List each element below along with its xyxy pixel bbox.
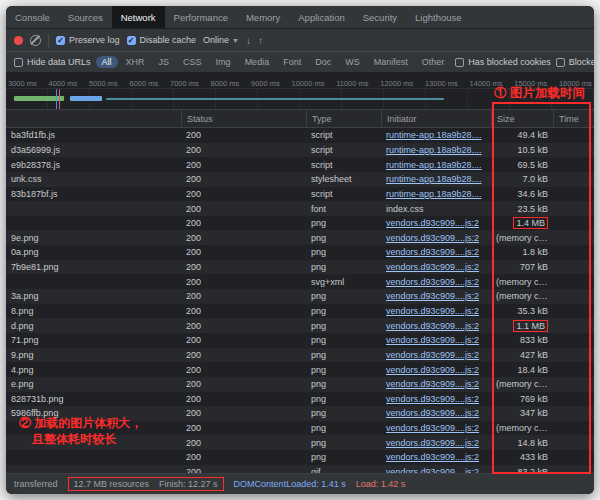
request-size: 34.6 kB xyxy=(491,189,553,199)
initiator-link[interactable]: vendors.d93c909....js:2 xyxy=(386,262,479,272)
request-name: ba3fd1fb.js xyxy=(6,130,181,140)
request-row[interactable]: 9e.png200pngvendors.d93c909....js:2(memo… xyxy=(6,230,594,245)
initiator-link[interactable]: vendors.d93c909....js:2 xyxy=(386,218,479,228)
filter-pill-js[interactable]: JS xyxy=(153,56,176,68)
column-header-name[interactable] xyxy=(6,110,181,127)
request-row[interactable]: e.png200pngvendors.d93c909....js:2(memor… xyxy=(6,377,594,392)
clear-icon[interactable] xyxy=(30,35,41,46)
initiator-link[interactable]: runtime-app.18a9b28.... xyxy=(386,174,482,184)
filter-pill-other[interactable]: Other xyxy=(416,56,451,68)
initiator-link[interactable]: vendors.d93c909....js:2 xyxy=(386,438,479,448)
column-header-size[interactable]: Size xyxy=(491,110,553,127)
request-row[interactable]: 71.png200pngvendors.d93c909....js:2833 k… xyxy=(6,333,594,348)
tab-memory[interactable]: Memory xyxy=(237,6,289,28)
filter-pill-css[interactable]: CSS xyxy=(177,56,208,68)
filter-pill-doc[interactable]: Doc xyxy=(309,56,337,68)
request-row[interactable]: 4.png200pngvendors.d93c909....js:218.4 k… xyxy=(6,362,594,377)
has-blocked-cookies-checkbox[interactable]: Has blocked cookies xyxy=(455,57,551,67)
tab-application[interactable]: Application xyxy=(289,6,353,28)
initiator-link[interactable]: vendors.d93c909....js:2 xyxy=(386,408,479,418)
initiator-link[interactable]: vendors.d93c909....js:2 xyxy=(386,291,479,301)
initiator-link[interactable]: vendors.d93c909....js:2 xyxy=(386,335,479,345)
tab-performance[interactable]: Performance xyxy=(165,6,237,28)
initiator-link[interactable]: runtime-app.18a9b28.... xyxy=(386,145,482,155)
request-type: gif xyxy=(306,467,381,473)
disable-cache-checkbox[interactable]: ✓ Disable cache xyxy=(127,35,197,45)
initiator-link[interactable]: vendors.d93c909....js:2 xyxy=(386,365,479,375)
initiator-link[interactable]: vendors.d93c909....js:2 xyxy=(386,467,479,473)
filter-pill-xhr[interactable]: XHR xyxy=(120,56,151,68)
column-header-time[interactable]: Time xyxy=(553,110,594,127)
request-row[interactable]: 200pngvendors.d93c909....js:21.4 MB xyxy=(6,216,594,231)
request-row[interactable]: 200fontindex.css23.5 kB xyxy=(6,201,594,216)
tab-security[interactable]: Security xyxy=(354,6,406,28)
initiator-link[interactable]: vendors.d93c909....js:2 xyxy=(386,321,479,331)
request-row[interactable]: unk.css200stylesheetruntime-app.18a9b28.… xyxy=(6,172,594,187)
blocked-requests-checkbox[interactable]: Blocked Requests xyxy=(556,57,594,67)
timeline-tick-label: 9000 ms xyxy=(251,79,280,88)
filter-pill-manifest[interactable]: Manifest xyxy=(368,56,414,68)
timeline-tick-label: 8000 ms xyxy=(211,79,240,88)
initiator-link[interactable]: vendors.d93c909....js:2 xyxy=(386,423,479,433)
initiator-link[interactable]: vendors.d93c909....js:2 xyxy=(386,379,479,389)
initiator-link[interactable]: runtime-app.18a9b28.... xyxy=(386,130,482,140)
request-type: png xyxy=(306,321,381,331)
request-row[interactable]: 828731b.png200pngvendors.d93c909....js:2… xyxy=(6,392,594,407)
initiator-link[interactable]: vendors.d93c909....js:2 xyxy=(386,306,479,316)
upload-throughput-icon[interactable]: ↑ xyxy=(258,35,263,46)
request-row[interactable]: 8.png200pngvendors.d93c909....js:235.3 k… xyxy=(6,304,594,319)
request-initiator: vendors.d93c909....js:2 xyxy=(381,321,491,331)
request-row[interactable]: e9b28378.js200scriptruntime-app.18a9b28.… xyxy=(6,157,594,172)
request-row[interactable]: d.png200pngvendors.d93c909....js:21.1 MB xyxy=(6,318,594,333)
request-size-value: (memory cache) xyxy=(496,277,553,287)
initiator-link[interactable]: vendors.d93c909....js:2 xyxy=(386,394,479,404)
filter-pill-ws[interactable]: WS xyxy=(339,56,366,68)
initiator-link[interactable]: vendors.d93c909....js:2 xyxy=(386,233,479,243)
filter-pill-all[interactable]: All xyxy=(96,56,118,68)
request-row[interactable]: 7b9e81.png200pngvendors.d93c909....js:27… xyxy=(6,260,594,275)
request-row[interactable]: 200svg+xmlvendors.d93c909....js:2(memory… xyxy=(6,274,594,289)
request-row[interactable]: 0a.png200pngvendors.d93c909....js:21.8 k… xyxy=(6,245,594,260)
request-status: 200 xyxy=(181,379,306,389)
request-name: unk.css xyxy=(6,174,181,184)
tab-lighthouse[interactable]: Lighthouse xyxy=(406,6,470,28)
request-row[interactable]: 200gifvendors.d93c909....js:283.2 kB xyxy=(6,465,594,473)
initiator-link[interactable]: vendors.d93c909....js:2 xyxy=(386,247,479,257)
tab-network[interactable]: Network xyxy=(112,6,165,28)
request-initiator: runtime-app.18a9b28.... xyxy=(381,189,491,199)
download-throughput-icon[interactable]: ↓ xyxy=(246,35,251,46)
tab-console[interactable]: Console xyxy=(6,6,59,28)
request-row[interactable]: 9.png200pngvendors.d93c909....js:2427 kB xyxy=(6,348,594,363)
request-size: 1.4 MB xyxy=(491,217,553,229)
column-header-type[interactable]: Type xyxy=(306,110,381,127)
column-header-status[interactable]: Status xyxy=(181,110,306,127)
request-name: 8.png xyxy=(6,306,181,316)
tab-sources[interactable]: Sources xyxy=(59,6,112,28)
annotation-large-images: ② 加载的图片体积大， 且整体耗时较长 xyxy=(19,416,142,447)
request-row[interactable]: d3a56999.js200scriptruntime-app.18a9b28.… xyxy=(6,143,594,158)
request-row[interactable]: 200pngvendors.d93c909....js:2433 kB xyxy=(6,450,594,465)
throttling-select[interactable]: Online ▼ xyxy=(203,35,239,45)
request-row[interactable]: ba3fd1fb.js200scriptruntime-app.18a9b28.… xyxy=(6,128,594,143)
hide-data-urls-checkbox[interactable]: Hide data URLs xyxy=(14,57,91,67)
initiator-link[interactable]: runtime-app.18a9b28.... xyxy=(386,189,482,199)
request-type: png xyxy=(306,247,381,257)
request-type: png xyxy=(306,335,381,345)
request-size-value: 1.1 MB xyxy=(513,320,548,332)
request-type: png xyxy=(306,291,381,301)
timeline-tick-label: 10000 ms xyxy=(292,79,325,88)
filter-pill-img[interactable]: Img xyxy=(210,56,237,68)
initiator-link[interactable]: vendors.d93c909....js:2 xyxy=(386,350,479,360)
request-row[interactable]: 3a.png200pngvendors.d93c909....js:2(memo… xyxy=(6,289,594,304)
record-button[interactable] xyxy=(14,36,23,45)
request-status: 200 xyxy=(181,247,306,257)
initiator-link[interactable]: runtime-app.18a9b28.... xyxy=(386,160,482,170)
initiator-link[interactable]: vendors.d93c909....js:2 xyxy=(386,277,479,287)
preserve-log-checkbox[interactable]: ✓ Preserve log xyxy=(56,35,120,45)
request-row[interactable]: 83b187bf.js200scriptruntime-app.18a9b28.… xyxy=(6,187,594,202)
filter-pill-media[interactable]: Media xyxy=(239,56,276,68)
filter-pill-font[interactable]: Font xyxy=(277,56,307,68)
initiator-link[interactable]: vendors.d93c909....js:2 xyxy=(386,452,479,462)
load-marker-line xyxy=(59,89,60,109)
column-header-initiator[interactable]: Initiator xyxy=(381,110,491,127)
